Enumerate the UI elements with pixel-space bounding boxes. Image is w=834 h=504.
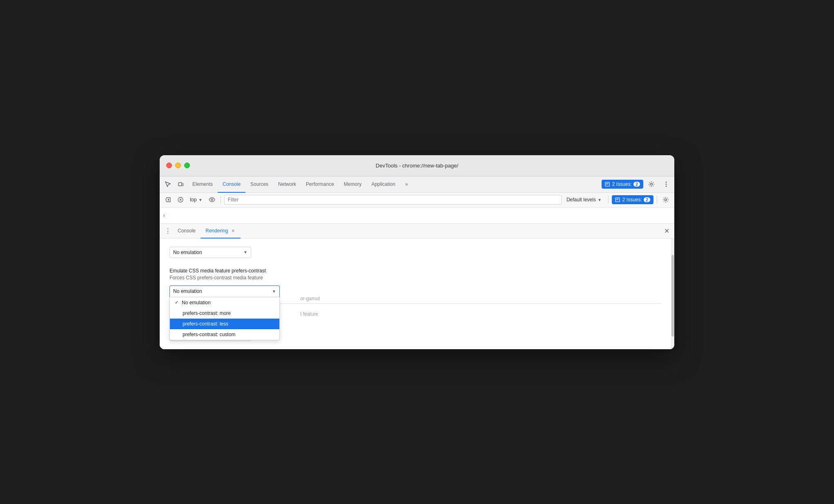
devtools-window: DevTools - chrome://new-tab-page/ Elemen… (160, 155, 674, 349)
scrollbar[interactable] (671, 239, 674, 349)
bottom-tabs-menu-button[interactable]: ⋮ (163, 226, 173, 236)
svg-rect-1 (182, 183, 183, 186)
traffic-lights (166, 163, 190, 168)
prefers-contrast-chevron-icon: ▼ (272, 289, 276, 294)
close-bottom-panel-button[interactable]: ✕ (662, 225, 671, 236)
color-gamut-chevron-icon: ▼ (243, 250, 248, 254)
bottom-tab-rendering[interactable]: Rendering ✕ (201, 224, 241, 239)
tab-more[interactable]: » (400, 176, 413, 193)
bottom-tab-console[interactable]: Console (173, 224, 201, 239)
device-toolbar-button[interactable] (174, 178, 187, 191)
title-bar: DevTools - chrome://new-tab-page/ (160, 155, 674, 176)
issues-button[interactable]: 2 Issues: 2 (602, 180, 643, 189)
more-options-button[interactable] (660, 178, 673, 191)
svg-marker-7 (166, 198, 170, 202)
bottom-tabs-row: ⋮ Console Rendering ✕ ✕ (160, 224, 674, 239)
rendering-content: No emulation ▼ Emulate CSS media feature… (160, 239, 674, 349)
minimize-traffic-light[interactable] (175, 163, 181, 168)
console-toolbar: top ▼ Default levels ▼ 2 (160, 193, 674, 207)
svg-point-6 (666, 186, 667, 187)
toolbar-separator-3 (657, 196, 657, 204)
maximize-traffic-light[interactable] (184, 163, 190, 168)
levels-chevron: ▼ (598, 198, 602, 202)
prefers-contrast-dropdown-list: No emulation prefers-contrast: more pref… (169, 297, 280, 340)
issues-badge: 2 (633, 182, 640, 187)
tab-application[interactable]: Application (366, 176, 400, 193)
context-dropdown[interactable]: top ▼ (187, 196, 205, 203)
prefers-contrast-section: Emulate CSS media feature prefers-contra… (169, 268, 665, 297)
svg-point-4 (666, 182, 667, 183)
toolbar-separator-2 (608, 196, 609, 204)
prefers-contrast-dropdown-container: No emulation ▼ No emulation prefers-cont… (169, 285, 280, 297)
prefers-contrast-desc: Forces CSS prefers-contrast media featur… (169, 275, 665, 281)
background-section-text: or-gamut t feature (292, 296, 320, 317)
dropdown-option-more[interactable]: prefers-contrast: more (170, 308, 279, 319)
close-rendering-tab[interactable]: ✕ (230, 227, 236, 234)
console-input-area: › (160, 207, 674, 224)
svg-rect-0 (178, 183, 182, 186)
toolbar-separator-1 (221, 196, 221, 204)
color-gamut-dropdown[interactable]: No emulation ▼ (169, 247, 251, 258)
prefers-contrast-title: Emulate CSS media feature prefers-contra… (169, 268, 665, 274)
bg-text-1: or-gamut (300, 296, 320, 301)
console-prompt-icon: › (163, 212, 165, 219)
filter-input[interactable] (224, 195, 562, 205)
prefers-contrast-dropdown-trigger[interactable]: No emulation ▼ (169, 285, 280, 297)
svg-point-9 (211, 199, 213, 201)
console-settings-button[interactable] (660, 194, 671, 205)
context-chevron: ▼ (198, 198, 203, 202)
scrollbar-thumb[interactable] (671, 255, 674, 337)
inspect-element-button[interactable] (161, 178, 174, 191)
tab-elements[interactable]: Elements (187, 176, 218, 193)
tab-console[interactable]: Console (218, 176, 245, 193)
dropdown-option-no-emulation[interactable]: No emulation (170, 297, 279, 308)
dropdown-option-custom[interactable]: prefers-contrast: custom (170, 329, 279, 340)
svg-point-5 (666, 184, 667, 185)
toolbar-issues-badge: 2 (644, 197, 650, 202)
dropdown-option-less[interactable]: prefers-contrast: less (170, 319, 279, 329)
color-gamut-dropdown-wrapper: No emulation ▼ (169, 247, 665, 258)
tab-network[interactable]: Network (273, 176, 301, 193)
window-title: DevTools - chrome://new-tab-page/ (376, 163, 458, 169)
clear-console-button[interactable] (163, 194, 174, 205)
filter-toggle-button[interactable] (175, 194, 186, 205)
close-traffic-light[interactable] (166, 163, 172, 168)
eye-button[interactable] (207, 194, 217, 205)
svg-point-11 (665, 199, 667, 201)
devtools-body: Elements Console Sources Network Perform… (160, 176, 674, 349)
main-tabs-row: Elements Console Sources Network Perform… (160, 176, 674, 193)
tab-sources[interactable]: Sources (245, 176, 273, 193)
svg-point-3 (651, 183, 653, 185)
bg-text-2: t feature (300, 311, 320, 317)
tab-memory[interactable]: Memory (339, 176, 366, 193)
default-levels-dropdown[interactable]: Default levels ▼ (563, 196, 605, 203)
settings-button[interactable] (645, 178, 658, 191)
tab-performance[interactable]: Performance (301, 176, 339, 193)
bottom-panel: ⋮ Console Rendering ✕ ✕ No emulation ▼ (160, 224, 674, 349)
tabs-right-actions: 2 Issues: 2 (602, 178, 673, 191)
toolbar-issues-button[interactable]: 2 Issues: 2 (612, 195, 653, 204)
